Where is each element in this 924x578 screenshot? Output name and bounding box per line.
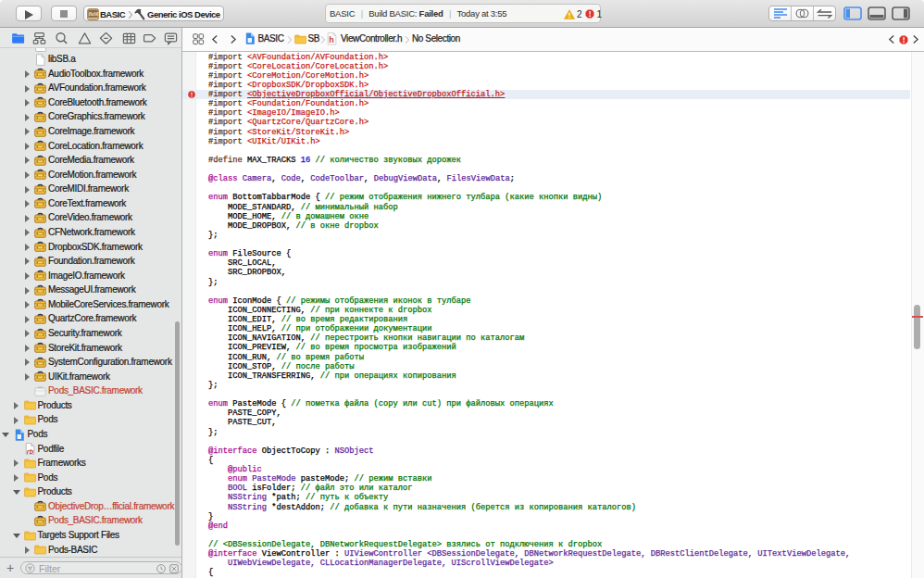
- svg-text:BaSiC: BaSiC: [87, 11, 98, 17]
- svg-text:h: h: [329, 35, 333, 44]
- svg-text:rb: rb: [26, 447, 33, 455]
